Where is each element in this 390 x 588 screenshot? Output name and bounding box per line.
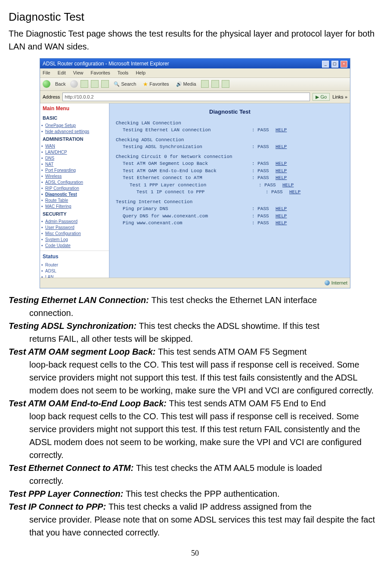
window-title: ADSL Router configuration - Microsoft In… [43, 60, 169, 68]
sidebar-item-onepage[interactable]: OnePage Setup [40, 123, 109, 129]
forward-icon[interactable] [70, 80, 78, 88]
go-label: Go [320, 94, 327, 99]
menu-favorites[interactable]: Favorites [91, 70, 110, 75]
test-ppp-layer: Test 1 PPP Layer connection [116, 182, 259, 189]
mail-icon[interactable] [211, 80, 219, 88]
sidebar-item-macfilter[interactable]: MAC Filtering [40, 204, 109, 210]
address-input[interactable]: http://10.0.0.2 [62, 93, 310, 101]
sidebar-item-lan[interactable]: LAN [40, 274, 109, 278]
def-body: loop back request cells to the CO. This … [9, 410, 381, 461]
links-label[interactable]: Links » [332, 93, 347, 101]
favorites-button[interactable]: ★ Favorites [141, 80, 171, 89]
maximize-icon[interactable]: ▢ [331, 61, 338, 68]
menu-view[interactable]: View [73, 70, 84, 75]
help-link[interactable]: HELP [275, 213, 287, 220]
def-body-inline: This test checks the PPP authentication. [126, 489, 280, 498]
sidebar-cat-security: SECURITY [40, 210, 109, 219]
sidebar-item-adslcfg[interactable]: ADSL Configuration [40, 179, 109, 186]
back-icon[interactable] [43, 80, 50, 88]
sidebar-item-routetable[interactable]: Route Table [40, 198, 109, 204]
internet-icon [325, 280, 330, 285]
address-bar: Address http://10.0.0.2 ▶ Go Links » [40, 91, 350, 103]
test-eth-lan: Testing Ethernet LAN connection [116, 127, 252, 134]
sidebar-item-dns[interactable]: DNS [40, 155, 109, 161]
sidebar-item-codeupdate[interactable]: Code Update [40, 243, 109, 249]
sidebar-item-router[interactable]: Router [40, 262, 109, 268]
sidebar-item-ripcfg[interactable]: RIP Configuration [40, 186, 109, 192]
help-link[interactable]: HELP [275, 127, 287, 134]
refresh-icon[interactable] [91, 80, 99, 88]
home-icon[interactable] [101, 80, 109, 88]
group-adsl: Checking ADSL Connection Testing ADSL Sy… [116, 136, 344, 151]
group-internet-header: Testing Internet Connection [116, 198, 245, 206]
sidebar-item-wan[interactable]: WAN [40, 143, 109, 149]
minimize-icon[interactable]: _ [322, 61, 329, 68]
sidebar-item-userpw[interactable]: User Password [40, 225, 109, 231]
test-ping-dns: Ping primary DNS [116, 205, 252, 213]
test-result: : PASS [252, 167, 275, 175]
test-result: : PASS [252, 143, 275, 151]
sidebar-main-menu: Main Menu [40, 103, 109, 114]
sidebar-item-diagtest[interactable]: Diagnostic Test [40, 192, 109, 198]
def-term: Test ATM OAM End-to-End Loop Back: [9, 399, 169, 408]
menu-bar: File Edit View Favorites Tools Help [40, 68, 350, 78]
test-result: : PASS [252, 127, 275, 134]
help-link[interactable]: HELP [282, 182, 294, 189]
sidebar-item-adminpw[interactable]: Admin Password [40, 219, 109, 225]
sidebar-item-wireless[interactable]: Wireless [40, 173, 109, 179]
media-button[interactable]: 🔊 Media [174, 80, 198, 88]
sidebar-cat-status: Status [40, 251, 109, 262]
def-term: Test IP Connect to PPP: [9, 502, 108, 511]
menu-edit[interactable]: Edit [58, 70, 66, 75]
back-button[interactable]: Back [53, 80, 68, 88]
sidebar-item-nat[interactable]: NAT [40, 161, 109, 167]
test-result: : PASS [252, 160, 275, 167]
def-body: returns FAIL, all other tests will be sk… [9, 332, 381, 345]
close-icon[interactable]: × [340, 61, 347, 68]
sidebar: Main Menu BASIC OnePage Setup hide advan… [40, 103, 110, 278]
sidebar-cat-admin: ADMINISTRATION [40, 135, 109, 144]
print-icon[interactable] [222, 80, 229, 88]
history-icon[interactable] [201, 80, 209, 88]
test-result: : PASS [252, 205, 275, 213]
test-result: : PASS [259, 182, 282, 189]
help-link[interactable]: HELP [275, 220, 287, 227]
def-term: Test Ethernet Connect to ATM: [9, 463, 136, 473]
content-pane: Diagnostic Test Checking LAN Connection … [110, 103, 350, 278]
stop-icon[interactable] [80, 80, 88, 88]
test-atm-e2e-loop: Test ATM OAM End-to-End Loop Back [116, 167, 252, 175]
help-link[interactable]: HELP [275, 160, 287, 167]
test-atm-seg-loop: Test ATM OAM Segment Loop Back [116, 160, 252, 167]
search-button[interactable]: 🔍 Search [111, 80, 138, 88]
def-body-inline: This test checks the ATM AAL5 module is … [136, 463, 322, 473]
help-link[interactable]: HELP [275, 205, 287, 213]
help-link[interactable]: HELP [275, 143, 287, 151]
menu-tools[interactable]: Tools [118, 70, 129, 75]
sidebar-item-hideadv[interactable]: hide advanced settings [40, 129, 109, 135]
go-button[interactable]: ▶ Go [313, 93, 330, 101]
help-link[interactable]: HELP [275, 174, 287, 182]
help-link[interactable]: HELP [289, 189, 300, 196]
page-title: Diagnostic Test [9, 9, 381, 25]
menu-file[interactable]: File [43, 70, 50, 75]
sidebar-item-syslog[interactable]: System Log [40, 237, 109, 243]
help-link[interactable]: HELP [275, 167, 287, 175]
browser-window: ADSL Router configuration - Microsoft In… [40, 58, 350, 288]
group-internet: Testing Internet Connection Ping primary… [116, 198, 344, 227]
sidebar-item-misccfg[interactable]: Misc Configuration [40, 231, 109, 237]
star-icon: ★ [143, 80, 148, 89]
menu-help[interactable]: Help [136, 70, 145, 75]
group-lan-header: Checking LAN Connection [116, 120, 245, 127]
group-adsl-header: Checking ADSL Connection [116, 136, 245, 144]
def-term: Testing Ethernet LAN Connection: [9, 295, 151, 305]
sidebar-item-portfwd[interactable]: Port Forwarding [40, 167, 109, 173]
def-body-inline: This test checks the ADSL showtime. If t… [139, 321, 319, 331]
sidebar-item-landhcp[interactable]: LAN/DHCP [40, 149, 109, 155]
intro-text: The Diagnostic Test page shows the test … [9, 27, 381, 53]
address-label: Address [43, 93, 60, 101]
sidebar-item-adsl[interactable]: ADSL [40, 268, 109, 274]
status-bar: Internet [40, 278, 350, 288]
page-body: Main Menu BASIC OnePage Setup hide advan… [40, 103, 350, 278]
def-body: correctly. [9, 474, 381, 487]
test-result: : PASS [266, 189, 289, 196]
